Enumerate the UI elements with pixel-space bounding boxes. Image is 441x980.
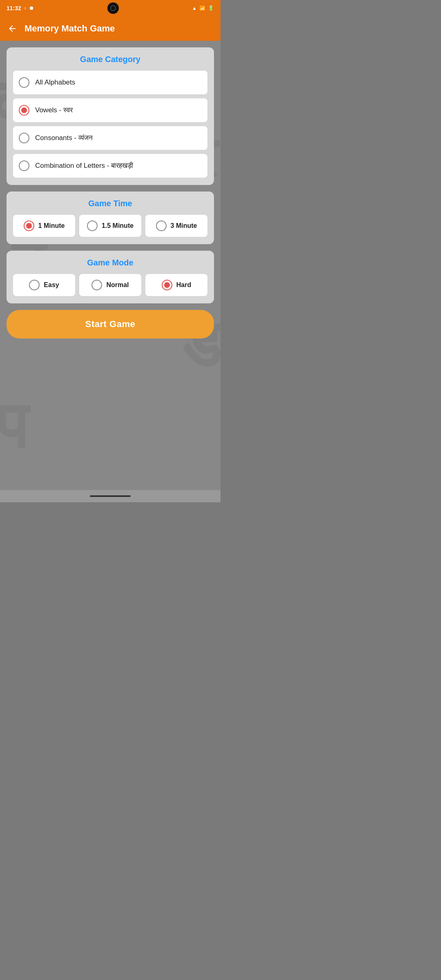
wifi-icon: ▲ [192, 5, 197, 11]
app-bar: Memory Match Game [0, 16, 220, 41]
record-icon: ⏺ [29, 5, 34, 11]
radio-normal [91, 280, 102, 290]
watermark-5: प [0, 388, 27, 464]
app-title: Memory Match Game [24, 23, 115, 34]
category-combination[interactable]: Combination of Letters - बारहखड़ी [13, 154, 207, 178]
bottom-bar [0, 490, 220, 502]
label-consonants: Consonants - व्यंजन [35, 134, 93, 142]
radio-all-alphabets [19, 77, 29, 88]
label-combination: Combination of Letters - बारहखड़ी [35, 162, 133, 170]
label-hard: Hard [176, 281, 191, 289]
status-bar: 11:32 ○ ⏺ ▲ 📶 🔋 [0, 0, 220, 16]
game-category-title: Game Category [13, 55, 207, 64]
time-3min[interactable]: 3 Minute [145, 215, 207, 237]
back-arrow-icon [7, 24, 17, 33]
label-easy: Easy [44, 281, 59, 289]
label-3min: 3 Minute [171, 222, 197, 229]
label-all-alphabets: All Alphabets [35, 78, 75, 87]
mode-easy[interactable]: Easy [13, 274, 75, 296]
radio-easy [29, 280, 40, 290]
category-vowels[interactable]: Vowels - स्वर [13, 98, 207, 122]
radio-1min [24, 220, 34, 231]
mode-hard[interactable]: Hard [145, 274, 207, 296]
signal-icon: 📶 [199, 5, 205, 11]
bottom-indicator [90, 495, 131, 497]
radio-vowels [19, 105, 29, 116]
time-buttons-group: 1 Minute 1.5 Minute 3 Minute [13, 215, 207, 237]
sim-icon: ○ [24, 5, 27, 11]
game-mode-title: Game Mode [13, 258, 207, 267]
game-category-card: Game Category All Alphabets Vowels - स्व… [7, 47, 214, 185]
game-time-title: Game Time [13, 199, 207, 208]
label-normal: Normal [106, 281, 129, 289]
game-time-card: Game Time 1 Minute 1.5 Minute 3 Minute [7, 192, 214, 244]
radio-consonants [19, 133, 29, 143]
category-all-alphabets[interactable]: All Alphabets [13, 71, 207, 94]
start-game-label: Start Game [85, 319, 135, 329]
mode-normal[interactable]: Normal [79, 274, 141, 296]
radio-3min [156, 220, 167, 231]
time-1.5min[interactable]: 1.5 Minute [79, 215, 141, 237]
label-vowels: Vowels - स्वर [35, 106, 73, 114]
label-1.5min: 1.5 Minute [102, 222, 134, 229]
battery-icon: 🔋 [208, 5, 214, 11]
time-1min[interactable]: 1 Minute [13, 215, 75, 237]
game-mode-card: Game Mode Easy Normal Hard [7, 251, 214, 303]
category-consonants[interactable]: Consonants - व्यंजन [13, 126, 207, 150]
back-button[interactable] [7, 23, 18, 34]
mode-buttons-group: Easy Normal Hard [13, 274, 207, 296]
label-1min: 1 Minute [38, 222, 65, 229]
status-time: 11:32 [7, 5, 21, 11]
main-content: क ट ब ड प Game Category All Alphabets Vo… [0, 41, 220, 490]
radio-1.5min [87, 220, 98, 231]
radio-hard [162, 280, 172, 290]
start-game-button[interactable]: Start Game [7, 310, 214, 339]
radio-combination [19, 160, 29, 171]
